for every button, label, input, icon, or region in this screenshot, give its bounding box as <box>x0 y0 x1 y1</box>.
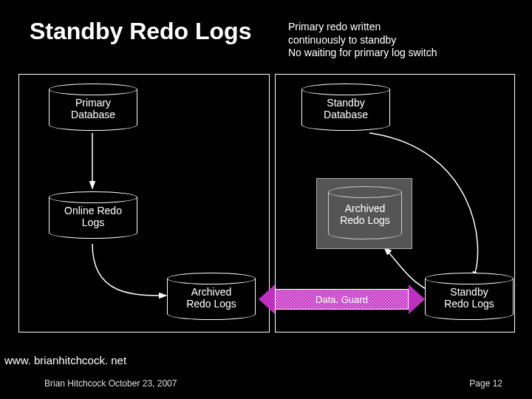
primary-panel: Primary Database Online Redo Logs Archiv… <box>18 74 270 332</box>
header-note: Primary redo written continuously to sta… <box>288 21 437 60</box>
dataguard-arrow: Data. Guard <box>259 284 425 314</box>
archived-redo-outer-box: Archived Redo Logs <box>316 178 412 249</box>
online-redo-cylinder: Online Redo Logs <box>49 191 137 239</box>
primary-database-label: Primary Database <box>71 97 115 120</box>
standby-database-cylinder: Standby Database <box>301 83 390 131</box>
footer-page: Page 12 <box>469 378 502 389</box>
standby-redo-label: Standby Redo Logs <box>444 286 494 310</box>
archived-redo-left-label: Archived Redo Logs <box>186 286 236 310</box>
footer-author: Brian Hitchcock October 23, 2007 <box>44 378 177 389</box>
footer-url: www. brianhitchcock. net <box>4 354 126 366</box>
arrow-right-head-icon <box>409 284 425 314</box>
arrow-left-head-icon <box>259 284 275 314</box>
note-line: continuously to standby <box>288 34 437 47</box>
note-line: Primary redo written <box>288 21 437 34</box>
archived-redo-left-cylinder: Archived Redo Logs <box>167 273 256 320</box>
standby-database-label: Standby Database <box>324 97 368 120</box>
page-title: Standby Redo Logs <box>30 18 251 45</box>
primary-database-cylinder: Primary Database <box>49 83 137 131</box>
note-line: No waiting for primary log switch <box>288 47 437 60</box>
archived-redo-right-cylinder: Archived Redo Logs <box>328 186 402 239</box>
archived-redo-right-label: Archived Redo Logs <box>340 202 390 226</box>
dataguard-label: Data. Guard <box>275 289 409 310</box>
standby-redo-cylinder: Standby Redo Logs <box>425 273 514 320</box>
online-redo-label: Online Redo Logs <box>64 205 122 228</box>
